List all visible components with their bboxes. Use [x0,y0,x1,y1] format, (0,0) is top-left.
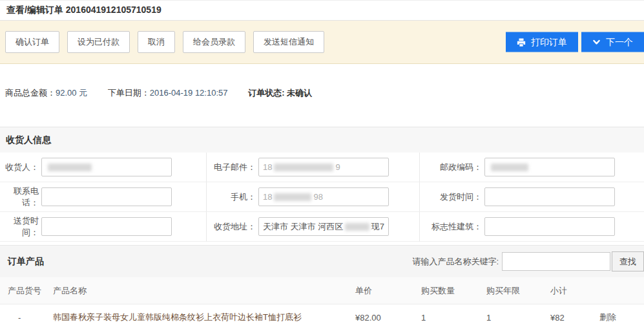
order-status-value: 未确认 [287,88,312,98]
product-search-button[interactable]: 查找 [612,251,644,271]
products-section-title: 订单产品 [8,256,44,268]
address-label: 收货地址： [207,221,256,233]
form-cell: 送货时间： [0,212,207,242]
next-order-button[interactable]: 下一个 [581,32,644,52]
col-header-subtotal: 小计 [550,285,599,297]
product-name-link[interactable]: 韩国春秋亲子装母女儿童韩版纯棉条纹衫上衣荷叶边长袖T恤打底衫 [53,312,355,323]
set-paid-button[interactable]: 设为已付款 [67,31,130,53]
form-cell: 邮政编码： [420,153,644,182]
product-years: 1 [486,313,550,323]
col-header-years: 购买年限 [486,285,550,297]
email-label: 电子邮件： [207,162,256,173]
product-table-row: - 韩国春秋亲子装母女儿童韩版纯棉条纹衫上衣荷叶边长袖T恤打底衫 ¥82.00 … [0,304,644,329]
form-cell: 电子邮件： 189 [207,153,420,182]
products-section-header: 订单产品 请输入产品名称关键字: 查找 [0,245,644,277]
mobile-visible-prefix: 18 [263,192,272,202]
email-visible-prefix: 18 [263,162,272,172]
product-price: ¥82.00 [355,313,421,323]
next-order-label: 下一个 [606,36,633,48]
address-visible-prefix: 天津市 天津市 河西区 [263,221,343,233]
form-cell: 发货时间： [420,182,644,212]
member-credit-button[interactable]: 给会员录款 [183,31,245,53]
printer-icon [517,37,526,47]
product-search-box: 请输入产品名称关键字: 查找 [412,251,644,271]
consignee-section-title: 收货人信息 [6,134,51,146]
form-cell: 标志性建筑： [420,212,644,242]
mobile-visible-suffix: 98 [313,192,322,202]
form-cell: 收货人： [0,153,207,182]
redacted-value [345,223,369,231]
delivery-time-label: 送货时间： [0,215,39,239]
consignee-name-input[interactable] [41,158,172,176]
redacted-value [274,193,311,201]
total-amount-label: 商品总金额： [5,88,56,98]
ship-time-label: 发货时间： [420,191,482,203]
address-input[interactable]: 天津市 天津市 河西区现7 [258,217,389,236]
col-header-name: 产品名称 [53,285,355,297]
product-sku: - [8,313,53,323]
products-table-header: 产品货号 产品名称 单价 购买数量 购买年限 小计 [0,277,644,304]
page-title: 查看/编辑订单 2016041912105710519 [6,5,161,16]
col-header-sku: 产品货号 [8,285,53,297]
postcode-label: 邮政编码： [420,162,482,173]
product-qty: 1 [421,313,486,323]
order-date-value: 2016-04-19 12:10:57 [150,88,228,98]
email-input[interactable]: 189 [258,158,389,176]
form-cell: 联系电话： [0,182,207,212]
page-title-bar: 查看/编辑订单 2016041912105710519 [0,1,644,21]
col-header-qty: 购买数量 [421,285,486,297]
order-status-label: 订单状态: [248,88,287,98]
consignee-name-label: 收货人： [0,162,39,173]
send-sms-button[interactable]: 发送短信通知 [253,31,324,53]
mobile-label: 手机： [207,191,256,203]
confirm-order-button[interactable]: 确认订单 [5,31,59,53]
form-cell: 收货地址： 天津市 天津市 河西区现7 [207,212,420,242]
redacted-value [48,164,92,171]
address-visible-suffix: 现7 [371,221,384,233]
product-search-input[interactable] [502,252,610,271]
postcode-input[interactable] [484,158,615,176]
mobile-input[interactable]: 1898 [258,187,389,206]
product-search-label: 请输入产品名称关键字: [412,256,499,268]
order-summary: 商品总金额：92.00 元 下单日期：2016-04-19 12:10:57 订… [0,64,644,127]
redacted-value [491,164,528,171]
contact-phone-input[interactable] [41,187,172,206]
form-cell: 手机： 1898 [207,182,420,212]
redacted-value [274,164,333,171]
chevron-down-icon [592,38,601,47]
delivery-time-input[interactable] [41,217,172,236]
order-toolbar: 确认订单 设为已付款 取消 给会员录款 发送短信通知 打印订单 下一个 [0,21,644,64]
product-subtotal: ¥82 [550,313,599,323]
email-visible-suffix: 9 [335,162,340,172]
landmark-input[interactable] [484,217,615,236]
delete-product-link[interactable]: 删除 [599,312,644,323]
col-header-price: 单价 [355,285,421,297]
contact-phone-label: 联系电话： [0,186,39,209]
cancel-order-button[interactable]: 取消 [138,31,175,53]
consignee-form: 收货人： 电子邮件： 189 邮政编码： 联系电话： 手机： 1898 发货时间… [0,153,644,242]
print-order-button[interactable]: 打印订单 [506,32,578,52]
ship-time-input[interactable] [484,187,615,206]
consignee-section-header: 收货人信息 [0,127,644,153]
toolbar-right-group: 打印订单 下一个 [506,32,644,52]
order-date-label: 下单日期： [108,88,150,98]
total-amount-value: 92.00 元 [56,88,87,98]
landmark-label: 标志性建筑： [420,221,482,233]
print-order-label: 打印订单 [531,36,567,48]
order-edit-page: 查看/编辑订单 2016041912105710519 确认订单 设为已付款 取… [0,0,644,329]
